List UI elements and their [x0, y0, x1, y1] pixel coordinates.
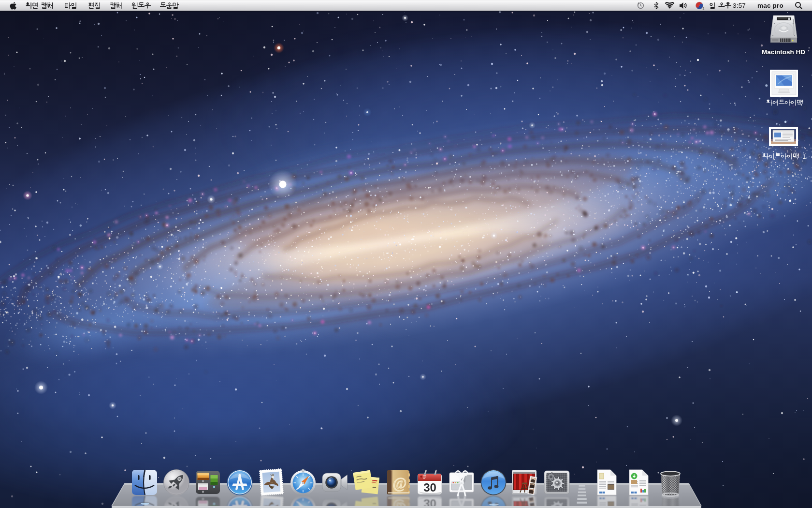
- svg-text:2: 2: [703, 7, 705, 10]
